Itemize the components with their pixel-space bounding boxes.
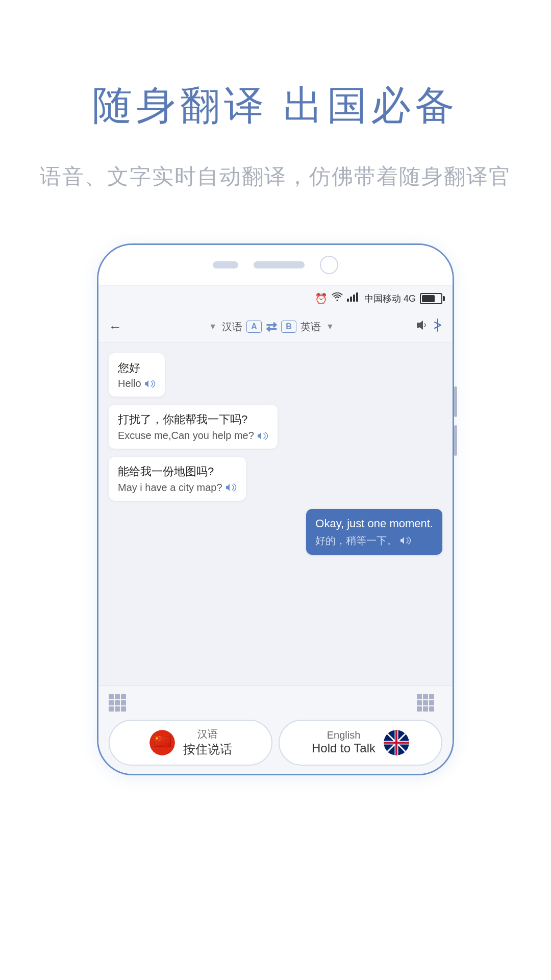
chinese-talk-text: 汉语 按住说话 [183, 727, 232, 757]
message-trans-text-1: Hello [118, 378, 141, 389]
lang-right-label[interactable]: 英语 [300, 320, 321, 334]
message-bubble-4: Okay, just one moment. 好的，稍等一下。 [306, 509, 442, 555]
svg-rect-2 [353, 295, 355, 302]
talk-buttons: 🇨🇳 汉语 按住说话 English [109, 720, 442, 766]
phone-btn-small [213, 261, 238, 268]
message-main-2: 打扰了，你能帮我一下吗? [118, 412, 268, 428]
message-bubble-3: 能给我一份地图吗? May i have a city map? [109, 457, 246, 501]
bluetooth-icon[interactable] [433, 318, 442, 335]
sound-icon-4[interactable] [400, 536, 411, 545]
sound-icon-1[interactable] [144, 380, 156, 388]
chat-area: 您好 Hello [98, 343, 453, 685]
alarm-icon: ⏰ [315, 292, 328, 305]
nav-bar: ← ▼ 汉语 A ⇄ B 英语 ▼ [98, 311, 453, 343]
svg-rect-3 [356, 292, 358, 302]
english-talk-text: English Hold to Talk [312, 729, 375, 755]
phone-bottom: 🇨🇳 汉语 按住说话 English [98, 685, 453, 774]
signal-icon [347, 292, 360, 304]
message-main-1: 您好 [118, 360, 156, 376]
battery-icon [420, 293, 442, 304]
lang-badge-a: A [246, 321, 262, 333]
wifi-icon [332, 292, 343, 304]
chinese-talk-button[interactable]: 🇨🇳 汉语 按住说话 [109, 720, 272, 766]
side-btn-1 [454, 386, 457, 417]
phone-btn-circle [320, 256, 338, 274]
phone-btn-medium [254, 261, 305, 268]
message-trans-2: Excuse me,Can you help me? [118, 430, 268, 442]
page-container: 随身翻译 出国必备 语音、文字实时自动翻译，仿佛带着随身翻译官 ⏰ [0, 0, 551, 980]
main-title: 随身翻译 出国必备 [0, 82, 551, 130]
english-lang-label: English [327, 729, 361, 741]
phone-mockup: ⏰ [97, 192, 454, 775]
message-trans-1: Hello [118, 378, 156, 389]
side-btn-2 [454, 425, 457, 456]
swap-icon[interactable]: ⇄ [266, 319, 277, 335]
bottom-icons-row [109, 694, 442, 713]
svg-rect-0 [347, 299, 349, 302]
grid-icon-left[interactable] [109, 694, 134, 713]
message-trans-3: May i have a city map? [118, 482, 237, 494]
grid-icon-right[interactable] [417, 694, 442, 713]
speaker-icon[interactable] [416, 319, 428, 334]
carrier-text: 中国移动 4G [364, 292, 416, 305]
svg-text:🇨🇳: 🇨🇳 [153, 733, 171, 750]
message-trans-text-3: May i have a city map? [118, 482, 222, 494]
chinese-action-label: 按住说话 [183, 741, 232, 757]
chat-spacer [109, 563, 442, 675]
sub-title: 语音、文字实时自动翻译，仿佛带着随身翻译官 [0, 160, 551, 192]
svg-rect-1 [350, 297, 352, 302]
phone-top-bar [98, 245, 453, 286]
nav-icons [416, 318, 442, 335]
english-talk-button[interactable]: English Hold to Talk [279, 720, 442, 766]
sound-icon-3[interactable] [226, 483, 237, 492]
chinese-flag: 🇨🇳 [149, 730, 175, 755]
phone-side-buttons [454, 386, 457, 456]
phone-wrapper: ⏰ [97, 243, 454, 775]
english-action-label: Hold to Talk [312, 741, 375, 755]
phone-outer: ⏰ [97, 243, 454, 775]
lang-badge-b: B [281, 321, 296, 333]
message-main-4: Okay, just one moment. [315, 516, 433, 532]
lang-left-label[interactable]: 汉语 [222, 320, 242, 334]
header-section: 随身翻译 出国必备 语音、文字实时自动翻译，仿佛带着随身翻译官 [0, 82, 551, 192]
back-button[interactable]: ← [109, 319, 122, 335]
message-trans-text-2: Excuse me,Can you help me? [118, 430, 254, 442]
message-bubble-2: 打扰了，你能帮我一下吗? Excuse me,Can you help me? [109, 405, 278, 449]
message-bubble-1: 您好 Hello [109, 353, 165, 397]
svg-rect-4 [417, 323, 419, 328]
status-bar: ⏰ [98, 286, 453, 311]
chevron-left-icon: ▼ [209, 322, 217, 331]
nav-lang-section: ▼ 汉语 A ⇄ B 英语 ▼ [132, 319, 411, 335]
english-flag [384, 730, 409, 755]
sound-icon-2[interactable] [257, 432, 268, 440]
chevron-right-icon: ▼ [326, 322, 334, 331]
message-main-3: 能给我一份地图吗? [118, 464, 237, 480]
message-trans-text-4: 好的，稍等一下。 [315, 534, 397, 548]
message-trans-4: 好的，稍等一下。 [315, 534, 433, 548]
chinese-lang-label: 汉语 [197, 727, 218, 741]
